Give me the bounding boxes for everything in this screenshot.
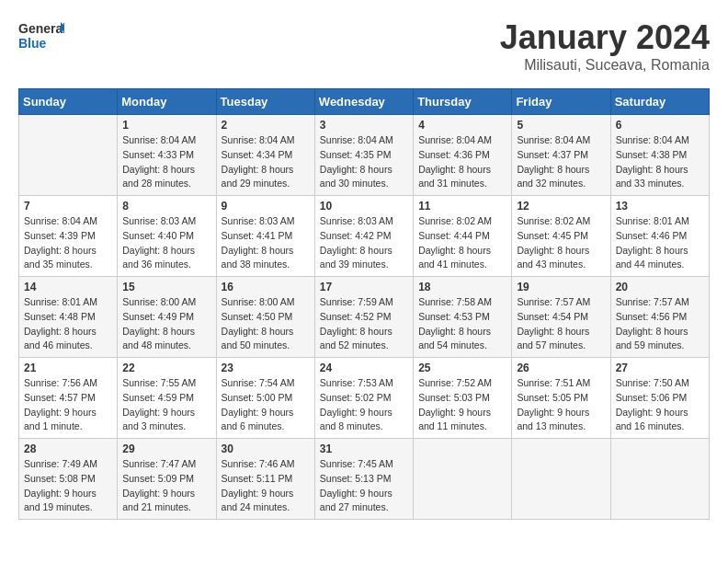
day-number: 8 bbox=[122, 200, 210, 213]
daylight-text: Daylight: 8 hours and 54 minutes. bbox=[418, 326, 491, 351]
logo: General Blue bbox=[18, 18, 64, 55]
sunset-text: Sunset: 4:36 PM bbox=[418, 149, 490, 160]
sunset-text: Sunset: 4:46 PM bbox=[616, 230, 688, 241]
daylight-text: Daylight: 9 hours and 21 minutes. bbox=[122, 488, 195, 513]
sunset-text: Sunset: 4:39 PM bbox=[24, 230, 96, 241]
day-number: 15 bbox=[122, 281, 210, 293]
day-info: Sunrise: 7:57 AM Sunset: 4:56 PM Dayligh… bbox=[616, 295, 704, 353]
sunset-text: Sunset: 5:05 PM bbox=[517, 392, 588, 403]
day-number: 29 bbox=[122, 442, 210, 455]
calendar-cell: 23 Sunrise: 7:54 AM Sunset: 5:00 PM Dayl… bbox=[216, 358, 314, 439]
day-info: Sunrise: 7:51 AM Sunset: 5:05 PM Dayligh… bbox=[517, 376, 605, 434]
daylight-text: Daylight: 8 hours and 50 minutes. bbox=[222, 326, 294, 351]
day-info: Sunrise: 7:55 AM Sunset: 4:59 PM Dayligh… bbox=[122, 376, 210, 434]
day-number: 17 bbox=[320, 281, 408, 293]
calendar-cell: 13 Sunrise: 8:01 AM Sunset: 4:46 PM Dayl… bbox=[610, 196, 709, 277]
calendar-cell: 15 Sunrise: 8:00 AM Sunset: 4:49 PM Dayl… bbox=[118, 277, 216, 358]
sunrise-text: Sunrise: 8:01 AM bbox=[616, 215, 689, 226]
sunset-text: Sunset: 5:13 PM bbox=[320, 473, 392, 484]
day-number: 20 bbox=[616, 281, 704, 293]
header-friday: Friday bbox=[512, 89, 610, 115]
daylight-text: Daylight: 8 hours and 59 minutes. bbox=[616, 326, 688, 351]
sunrise-text: Sunrise: 8:04 AM bbox=[122, 134, 196, 145]
sunrise-text: Sunrise: 8:00 AM bbox=[122, 296, 196, 307]
calendar-cell: 30 Sunrise: 7:46 AM Sunset: 5:11 PM Dayl… bbox=[216, 439, 314, 520]
day-number: 6 bbox=[616, 119, 704, 132]
sunrise-text: Sunrise: 8:04 AM bbox=[418, 134, 492, 145]
daylight-text: Daylight: 8 hours and 32 minutes. bbox=[517, 164, 589, 190]
month-title: January 2024 bbox=[500, 18, 710, 57]
daylight-text: Daylight: 9 hours and 16 minutes. bbox=[616, 407, 688, 432]
sunset-text: Sunset: 5:00 PM bbox=[222, 392, 293, 403]
daylight-text: Daylight: 8 hours and 35 minutes. bbox=[24, 245, 97, 270]
sunset-text: Sunset: 5:09 PM bbox=[122, 473, 194, 484]
calendar-cell: 9 Sunrise: 8:03 AM Sunset: 4:41 PM Dayli… bbox=[216, 196, 314, 277]
day-number: 3 bbox=[320, 119, 408, 132]
day-info: Sunrise: 7:57 AM Sunset: 4:54 PM Dayligh… bbox=[517, 295, 605, 353]
sunset-text: Sunset: 4:33 PM bbox=[122, 149, 194, 160]
sunrise-text: Sunrise: 7:51 AM bbox=[517, 377, 590, 388]
daylight-text: Daylight: 9 hours and 19 minutes. bbox=[24, 488, 97, 513]
daylight-text: Daylight: 9 hours and 27 minutes. bbox=[320, 488, 392, 513]
calendar-cell: 21 Sunrise: 7:56 AM Sunset: 4:57 PM Dayl… bbox=[19, 358, 118, 439]
sunrise-text: Sunrise: 8:01 AM bbox=[24, 296, 97, 307]
daylight-text: Daylight: 8 hours and 33 minutes. bbox=[616, 164, 688, 190]
sunrise-text: Sunrise: 7:49 AM bbox=[24, 458, 97, 469]
sunrise-text: Sunrise: 8:02 AM bbox=[517, 215, 590, 226]
sunset-text: Sunset: 5:03 PM bbox=[418, 392, 490, 403]
day-info: Sunrise: 7:50 AM Sunset: 5:06 PM Dayligh… bbox=[616, 376, 704, 434]
day-info: Sunrise: 8:02 AM Sunset: 4:45 PM Dayligh… bbox=[517, 214, 605, 272]
daylight-text: Daylight: 8 hours and 39 minutes. bbox=[320, 245, 392, 270]
daylight-text: Daylight: 8 hours and 43 minutes. bbox=[517, 245, 589, 270]
day-info: Sunrise: 8:04 AM Sunset: 4:36 PM Dayligh… bbox=[418, 133, 506, 191]
daylight-text: Daylight: 9 hours and 24 minutes. bbox=[222, 488, 294, 513]
day-info: Sunrise: 7:52 AM Sunset: 5:03 PM Dayligh… bbox=[418, 376, 506, 434]
sunrise-text: Sunrise: 8:04 AM bbox=[222, 134, 295, 145]
day-info: Sunrise: 8:03 AM Sunset: 4:40 PM Dayligh… bbox=[122, 214, 210, 272]
sunset-text: Sunset: 4:42 PM bbox=[320, 230, 392, 241]
day-info: Sunrise: 8:04 AM Sunset: 4:39 PM Dayligh… bbox=[24, 214, 112, 272]
daylight-text: Daylight: 9 hours and 6 minutes. bbox=[222, 407, 294, 432]
day-number: 4 bbox=[418, 119, 506, 132]
daylight-text: Daylight: 8 hours and 38 minutes. bbox=[222, 245, 294, 270]
daylight-text: Daylight: 9 hours and 3 minutes. bbox=[122, 407, 195, 432]
calendar-cell: 24 Sunrise: 7:53 AM Sunset: 5:02 PM Dayl… bbox=[314, 358, 413, 439]
calendar-cell: 6 Sunrise: 8:04 AM Sunset: 4:38 PM Dayli… bbox=[610, 115, 709, 196]
day-info: Sunrise: 8:01 AM Sunset: 4:48 PM Dayligh… bbox=[24, 295, 112, 353]
calendar-cell: 4 Sunrise: 8:04 AM Sunset: 4:36 PM Dayli… bbox=[414, 115, 512, 196]
sunrise-text: Sunrise: 8:03 AM bbox=[122, 215, 196, 226]
sunrise-text: Sunrise: 7:57 AM bbox=[616, 296, 689, 307]
day-number: 9 bbox=[222, 200, 310, 213]
day-info: Sunrise: 7:47 AM Sunset: 5:09 PM Dayligh… bbox=[122, 457, 210, 515]
calendar-cell: 5 Sunrise: 8:04 AM Sunset: 4:37 PM Dayli… bbox=[512, 115, 610, 196]
day-number: 21 bbox=[24, 362, 112, 374]
calendar-cell: 22 Sunrise: 7:55 AM Sunset: 4:59 PM Dayl… bbox=[118, 358, 216, 439]
sunrise-text: Sunrise: 8:04 AM bbox=[320, 134, 393, 145]
sunset-text: Sunset: 4:34 PM bbox=[222, 149, 293, 160]
daylight-text: Daylight: 8 hours and 46 minutes. bbox=[24, 326, 97, 351]
sunrise-text: Sunrise: 7:47 AM bbox=[122, 458, 196, 469]
calendar-cell: 31 Sunrise: 7:45 AM Sunset: 5:13 PM Dayl… bbox=[314, 439, 413, 520]
sunrise-text: Sunrise: 8:03 AM bbox=[222, 215, 295, 226]
sunset-text: Sunset: 5:06 PM bbox=[616, 392, 688, 403]
sunset-text: Sunset: 5:02 PM bbox=[320, 392, 392, 403]
day-number: 30 bbox=[222, 442, 310, 455]
page-header: General Blue January 2024 Milisauti, Suc… bbox=[18, 18, 710, 74]
sunset-text: Sunset: 4:40 PM bbox=[122, 230, 194, 241]
calendar-cell bbox=[610, 439, 709, 520]
daylight-text: Daylight: 8 hours and 41 minutes. bbox=[418, 245, 491, 270]
sunset-text: Sunset: 4:54 PM bbox=[517, 311, 588, 322]
calendar-cell: 3 Sunrise: 8:04 AM Sunset: 4:35 PM Dayli… bbox=[314, 115, 413, 196]
calendar-cell: 25 Sunrise: 7:52 AM Sunset: 5:03 PM Dayl… bbox=[414, 358, 512, 439]
calendar-cell: 27 Sunrise: 7:50 AM Sunset: 5:06 PM Dayl… bbox=[610, 358, 709, 439]
header-monday: Monday bbox=[118, 89, 216, 115]
sunrise-text: Sunrise: 7:58 AM bbox=[418, 296, 492, 307]
day-number: 5 bbox=[517, 119, 605, 132]
calendar-cell bbox=[414, 439, 512, 520]
day-info: Sunrise: 7:46 AM Sunset: 5:11 PM Dayligh… bbox=[222, 457, 310, 515]
sunrise-text: Sunrise: 7:53 AM bbox=[320, 377, 393, 388]
day-info: Sunrise: 8:00 AM Sunset: 4:50 PM Dayligh… bbox=[222, 295, 310, 353]
calendar-cell: 12 Sunrise: 8:02 AM Sunset: 4:45 PM Dayl… bbox=[512, 196, 610, 277]
sunrise-text: Sunrise: 8:04 AM bbox=[616, 134, 689, 145]
day-info: Sunrise: 8:03 AM Sunset: 4:42 PM Dayligh… bbox=[320, 214, 408, 272]
